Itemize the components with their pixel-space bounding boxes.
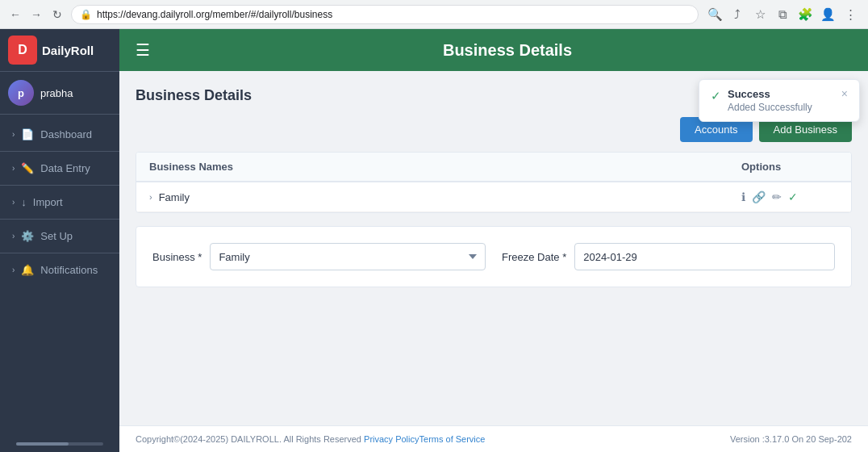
business-label: Business *: [152, 251, 202, 263]
toast-message: Added Successfully: [728, 102, 835, 113]
link-icon[interactable]: 🔗: [752, 190, 766, 203]
logo-letter: D: [18, 43, 27, 57]
sidebar-item-label: Notifications: [40, 264, 98, 276]
nav-divider: [0, 151, 119, 152]
sidebar-nav: › 📄 Dashboard › ✏️ Data Entry › ↓ Import…: [0, 115, 119, 437]
row-options-cell: ℹ 🔗 ✏ ✓: [741, 190, 838, 203]
info-icon[interactable]: ℹ: [741, 190, 745, 203]
sidebar-item-setup[interactable]: › ⚙️ Set Up: [0, 223, 119, 249]
freeze-date-field-group: Freeze Date *: [502, 243, 835, 270]
browser-star-btn[interactable]: ☆: [750, 5, 770, 24]
chevron-icon: ›: [12, 198, 15, 207]
data-entry-icon: ✏️: [21, 162, 34, 174]
column-header-options: Options: [741, 161, 838, 173]
business-field-group: Business * Family: [152, 243, 486, 270]
user-name: prabha: [40, 87, 73, 99]
business-name-cell: Family: [159, 191, 741, 203]
browser-profile-btn[interactable]: 👤: [818, 5, 837, 24]
sidebar-item-import[interactable]: › ↓ Import: [0, 189, 119, 216]
logo-icon: D: [8, 36, 37, 65]
toast-title: Success: [728, 88, 835, 100]
column-header-name: Business Names: [149, 161, 741, 173]
check-icon[interactable]: ✓: [788, 190, 798, 203]
footer: Copyright©(2024-2025) DAILYROLL. All Rig…: [119, 425, 868, 452]
toast-notification: ✓ Success Added Successfully ×: [699, 79, 860, 122]
row-expand-icon[interactable]: ›: [149, 192, 152, 202]
sidebar-item-notifications[interactable]: › 🔔 Notifications: [0, 257, 119, 283]
chevron-icon: ›: [12, 266, 15, 274]
sidebar-item-dashboard[interactable]: › 📄 Dashboard: [0, 121, 119, 148]
freeze-date-label: Freeze Date *: [502, 251, 566, 263]
business-form: Business * Family Freeze Date *: [136, 226, 852, 287]
sidebar-item-label: Dashboard: [40, 128, 92, 140]
browser-zoom-btn[interactable]: 🔍: [705, 5, 724, 24]
sidebar-item-label: Set Up: [40, 230, 73, 242]
table-header: Business Names Options: [136, 153, 851, 182]
edit-icon[interactable]: ✏: [772, 190, 782, 203]
topbar-title: Business Details: [163, 41, 852, 60]
user-avatar-letter: p: [18, 87, 24, 99]
browser-actions: 🔍 ⤴ ☆ ⧉ 🧩 👤 ⋮: [705, 5, 860, 24]
browser-forward-btn[interactable]: →: [29, 7, 44, 22]
sidebar-item-data-entry[interactable]: › ✏️ Data Entry: [0, 155, 119, 182]
chevron-icon: ›: [12, 164, 15, 173]
footer-copyright: Copyright©(2024-2025) DAILYROLL. All Rig…: [136, 434, 485, 444]
page-body: ✓ Success Added Successfully × Business …: [119, 71, 868, 425]
footer-privacy-link[interactable]: Privacy Policy: [364, 434, 419, 444]
sidebar-logo: D DailyRoll: [0, 29, 119, 71]
browser-reload-btn[interactable]: ↻: [50, 7, 65, 22]
browser-menu-btn[interactable]: ⋮: [841, 5, 860, 24]
toast-check-icon: ✓: [711, 89, 721, 103]
browser-share-btn[interactable]: ⤴: [728, 5, 747, 24]
table-row[interactable]: › Family ℹ 🔗 ✏ ✓: [136, 182, 851, 212]
browser-chrome: ← → ↻ 🔒 https://devang.dailyroll.org/mem…: [0, 0, 868, 29]
toast-content: Success Added Successfully: [728, 88, 835, 113]
import-icon: ↓: [21, 196, 27, 208]
chevron-icon: ›: [12, 130, 15, 139]
app-layout: D DailyRoll p prabha › 📄 Dashboard › ✏️ …: [0, 29, 868, 452]
footer-copyright-text: Copyright©(2024-2025) DAILYROLL. All Rig…: [136, 434, 364, 444]
dashboard-icon: 📄: [21, 128, 34, 140]
sidebar-scrollbar[interactable]: [16, 442, 103, 446]
nav-divider: [0, 185, 119, 186]
sidebar: D DailyRoll p prabha › 📄 Dashboard › ✏️ …: [0, 29, 119, 452]
browser-back-btn[interactable]: ←: [8, 7, 23, 22]
browser-ext-btn[interactable]: 🧩: [795, 5, 815, 24]
chevron-icon: ›: [12, 232, 15, 241]
nav-divider: [0, 253, 119, 253]
notifications-icon: 🔔: [21, 264, 34, 276]
browser-url-bar[interactable]: 🔒 https://devang.dailyroll.org/member/#/…: [71, 5, 699, 24]
main-content: ☰ Business Details ✓ Success Added Succe…: [119, 29, 868, 452]
topbar: ☰ Business Details: [119, 29, 868, 71]
sidebar-item-label: Import: [33, 196, 63, 208]
business-table: Business Names Options › Family ℹ 🔗 ✏ ✓: [136, 152, 852, 213]
menu-toggle-button[interactable]: ☰: [136, 40, 150, 60]
business-select[interactable]: Family: [210, 243, 486, 270]
browser-tab-btn[interactable]: ⧉: [773, 5, 792, 24]
sidebar-user[interactable]: p prabha: [0, 71, 119, 115]
toast-close-button[interactable]: ×: [841, 88, 848, 99]
footer-terms-link[interactable]: Terms of Service: [419, 434, 486, 444]
freeze-date-input[interactable]: [574, 243, 835, 270]
url-text: https://devang.dailyroll.org/member/#/da…: [97, 9, 332, 20]
sidebar-scroll-handle: [16, 442, 69, 446]
setup-icon: ⚙️: [21, 230, 34, 242]
footer-version: Version :3.17.0 On 20 Sep-202: [730, 434, 852, 444]
sidebar-item-label: Data Entry: [40, 162, 90, 174]
nav-divider: [0, 219, 119, 220]
user-avatar: p: [8, 80, 34, 106]
logo-text: DailyRoll: [42, 44, 94, 57]
form-row: Business * Family Freeze Date *: [152, 243, 835, 270]
